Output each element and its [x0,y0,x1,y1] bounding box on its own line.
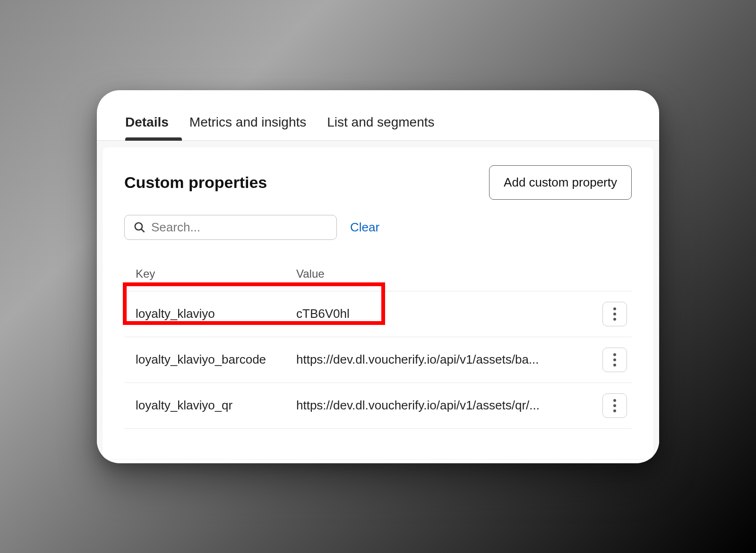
table-row: loyalty_klaviyo cTB6V0hl [124,291,632,337]
panel-title: Custom properties [124,173,267,192]
property-value: cTB6V0hl [296,306,589,321]
tab-details[interactable]: Details [125,115,169,140]
custom-properties-panel: Custom properties Add custom property Cl… [103,147,653,459]
panel-container: Custom properties Add custom property Cl… [97,141,659,459]
tab-bar: Details Metrics and insights List and se… [97,90,659,141]
property-value: https://dev.dl.voucherify.io/api/v1/asse… [296,352,589,367]
add-custom-property-button[interactable]: Add custom property [489,165,632,200]
search-row: Clear [124,215,632,240]
row-actions-button[interactable] [602,302,627,326]
clear-link[interactable]: Clear [350,220,379,235]
search-field-wrapper[interactable] [124,215,337,240]
property-key: loyalty_klaviyo_barcode [136,352,296,367]
app-window: Details Metrics and insights List and se… [97,90,659,463]
more-vertical-icon [613,358,616,361]
properties-table: Key Value loyalty_klaviyo cTB6V0hl loy [124,257,632,429]
table-row: loyalty_klaviyo_barcode https://dev.dl.v… [124,337,632,383]
svg-line-1 [141,229,144,231]
table-row: loyalty_klaviyo_qr https://dev.dl.vouche… [124,383,632,429]
property-value: https://dev.dl.voucherify.io/api/v1/asse… [296,398,589,413]
table-header: Key Value [124,257,632,291]
tab-list-segments[interactable]: List and segments [327,115,434,140]
more-vertical-icon [613,404,616,407]
search-icon [133,221,146,233]
more-vertical-icon [613,313,616,315]
property-key: loyalty_klaviyo [136,306,296,321]
column-header-value: Value [296,267,589,281]
row-actions-button[interactable] [602,393,627,418]
column-header-key: Key [136,267,296,281]
property-key: loyalty_klaviyo_qr [136,398,296,413]
search-input[interactable] [151,220,328,235]
tab-metrics-insights[interactable]: Metrics and insights [189,115,306,140]
panel-header: Custom properties Add custom property [124,165,632,200]
row-actions-button[interactable] [602,348,627,372]
